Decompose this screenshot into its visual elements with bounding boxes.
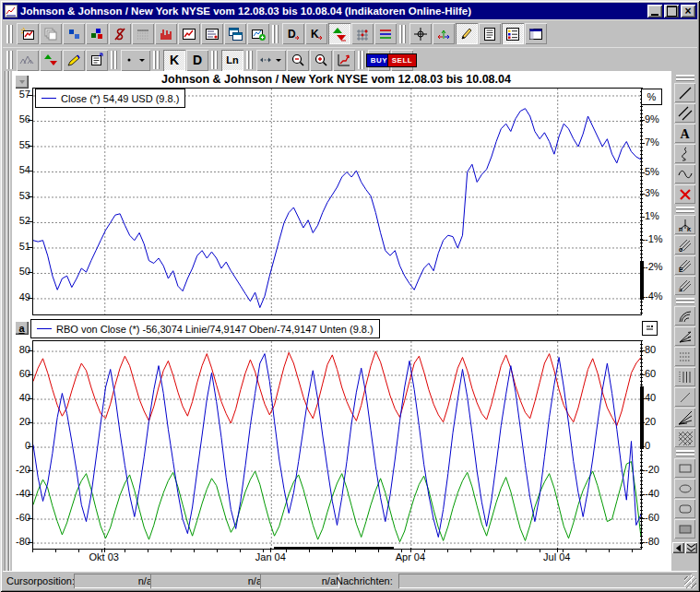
svg-text:o: o [679, 246, 682, 253]
scroll-down-button[interactable] [685, 542, 697, 553]
retracement-tool-button[interactable] [674, 347, 695, 366]
data-points-button[interactable] [63, 23, 85, 44]
delete-tool-icon [677, 186, 694, 203]
hatch-line-tool-button[interactable]: = [674, 276, 695, 295]
k-scale-button[interactable]: K [163, 50, 185, 71]
indicator-properties-button[interactable] [642, 321, 658, 336]
triangles-updown-button[interactable] [40, 50, 62, 71]
sell-button[interactable]: SELL [391, 50, 413, 71]
line-style-button[interactable] [121, 50, 150, 71]
ellipse-tool-button[interactable] [674, 479, 695, 498]
app-icon[interactable] [5, 5, 18, 18]
copy-chart-button[interactable] [40, 23, 62, 44]
delete-tool-button[interactable] [674, 184, 695, 204]
data-table-button[interactable] [132, 23, 154, 44]
price-legend[interactable]: Close (*) 54,49 USD (9.8.) [35, 89, 185, 108]
title-bar[interactable]: Johnson & Johnson / New York NYSE vom 12… [3, 3, 697, 19]
toolbar-grip [6, 25, 14, 43]
filled-rect-tool-button[interactable] [674, 519, 695, 539]
chart-new-button[interactable] [17, 23, 39, 44]
resize-grip[interactable] [684, 576, 696, 588]
y-tick-label-right: -80 [645, 536, 669, 548]
toolbar-grip [246, 51, 254, 69]
zigzag-peaks-button[interactable] [17, 50, 39, 71]
y-tick-label-right: 3% [645, 187, 669, 199]
window-title: Johnson & Johnson / New York NYSE vom 12… [20, 6, 646, 17]
trend-rk-tool-button[interactable]: RK [674, 215, 695, 234]
axis-tick [640, 542, 645, 543]
zigzag-tool-button[interactable] [674, 144, 695, 163]
zoom-out-button[interactable] [287, 50, 309, 71]
highlighter-button[interactable] [63, 50, 85, 71]
speedfan-tool-icon [677, 409, 694, 426]
indicator-legend[interactable]: RBO von Close (*) -56,3074 Linie/74,9147… [30, 319, 380, 338]
zoom-in-button[interactable] [310, 50, 332, 71]
crosshatch-tool-icon [677, 430, 694, 446]
retracement-tool-icon [677, 349, 694, 365]
y-tick-label-right: 5% [645, 166, 669, 178]
export-chart-button[interactable] [247, 23, 269, 44]
crosshatch-tool-button[interactable] [674, 428, 695, 447]
data-blocks-button[interactable] [86, 23, 108, 44]
draw-pencil-button[interactable] [456, 23, 478, 44]
notes-page-button[interactable] [479, 23, 501, 44]
wave-tool-button[interactable] [674, 164, 695, 184]
zoom-in-icon [313, 52, 329, 68]
k-chart-button[interactable]: K [305, 23, 327, 44]
speedfan-tool-button[interactable] [674, 408, 695, 427]
parallel-lines-tool-button[interactable] [674, 103, 695, 123]
indicator-chart-plot[interactable] [32, 340, 642, 550]
vlines-tool-button[interactable] [674, 367, 695, 386]
y-tick-label-right: -20 [645, 464, 669, 476]
text-tool-button[interactable]: A [674, 124, 695, 143]
rect-tool-button[interactable] [674, 458, 695, 478]
indicator-list-button[interactable] [502, 23, 524, 44]
chart-windows-button[interactable] [224, 23, 246, 44]
text-tool-icon: A [677, 125, 694, 142]
close-button[interactable]: × [681, 5, 695, 18]
maximize-button[interactable] [664, 5, 679, 18]
pane-menu-icon [18, 77, 27, 87]
line-tool-button[interactable] [674, 83, 695, 102]
rounded-rect-tool-button[interactable] [674, 499, 695, 518]
d-chart-button[interactable]: D [282, 23, 304, 44]
h-expand-button[interactable] [256, 50, 286, 71]
axis-tick [28, 247, 32, 248]
notes-page-icon [481, 26, 498, 42]
hatch-o-tool-icon: o [677, 237, 694, 254]
x-axis-tick [410, 548, 411, 552]
axis-tick [640, 297, 645, 298]
properties-button[interactable] [86, 50, 108, 71]
unten-series-line [33, 462, 641, 542]
window-split-button[interactable] [525, 23, 547, 44]
minimize-button[interactable] [647, 5, 662, 18]
no-indicator-icon [112, 26, 128, 42]
y-tick-label-right: 9% [645, 113, 669, 125]
price-pane-menu-button[interactable] [15, 75, 29, 89]
axis-tick [28, 494, 32, 495]
diagonal-tool-button[interactable] [674, 387, 695, 407]
indicator-lines-button[interactable] [374, 23, 397, 44]
crosshair-icon [412, 26, 429, 42]
price-chart-plot[interactable] [32, 88, 642, 315]
no-indicator-button[interactable] [109, 23, 131, 44]
fan-tool-button[interactable] [674, 326, 695, 346]
triangles-button[interactable] [328, 23, 350, 44]
d-scale-button[interactable]: D [186, 50, 208, 71]
move-arrows-button[interactable] [433, 23, 455, 44]
minimize-icon [651, 14, 658, 16]
crosshair-button[interactable] [409, 23, 432, 44]
hatch-o-tool-button[interactable]: o [674, 235, 695, 255]
grid-dots-button[interactable] [351, 23, 374, 44]
chart-step-button[interactable] [333, 50, 355, 71]
arcs-tool-button[interactable] [674, 306, 695, 326]
line-chart-button[interactable] [178, 23, 200, 44]
hatch-e-tool-button[interactable]: E [674, 255, 695, 275]
chart-text-button[interactable] [201, 23, 223, 44]
svg-text:E: E [679, 266, 683, 273]
volume-bars-button[interactable] [155, 23, 177, 44]
ln-scale-button[interactable]: Ln [221, 50, 243, 71]
indicator-pane-button[interactable]: a [15, 321, 29, 335]
toolbar-grip [676, 75, 694, 81]
scroll-left-button[interactable] [672, 542, 684, 553]
